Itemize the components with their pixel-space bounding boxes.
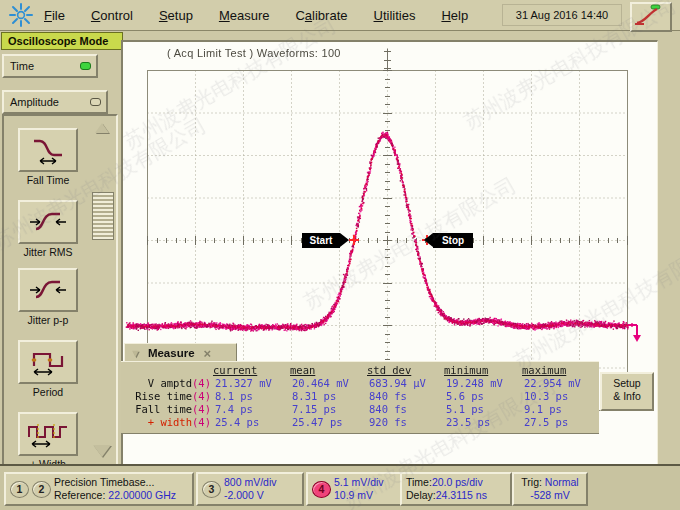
channel4-button[interactable]: 4 bbox=[312, 481, 331, 498]
trigger-panel[interactable]: Trig: Normal -528 mV bbox=[512, 472, 588, 506]
col-minimum: minimum bbox=[444, 364, 522, 377]
cell: 19.248 mV bbox=[444, 377, 522, 390]
menu-help[interactable]: Help bbox=[441, 8, 468, 23]
stop-marker[interactable]: Stop bbox=[433, 233, 473, 248]
time-label: Time: bbox=[406, 476, 432, 488]
channel3-button[interactable]: 3 bbox=[202, 481, 221, 498]
cell: 8.1 ps bbox=[213, 390, 290, 403]
cell: 25.47 ps bbox=[290, 416, 367, 429]
cell: 9.1 ps bbox=[522, 403, 599, 416]
cell: 25.4 ps bbox=[213, 416, 290, 429]
menu-file[interactable]: File bbox=[44, 8, 65, 23]
toolbar-scrollbar[interactable] bbox=[91, 118, 113, 460]
time-mode-button[interactable]: Time bbox=[2, 54, 98, 78]
cell: 5.6 ps bbox=[444, 390, 522, 403]
setup-info-line2: & Info bbox=[602, 390, 652, 403]
scroll-up-button[interactable] bbox=[91, 118, 113, 137]
reference-value: 22.00000 GHz bbox=[108, 489, 176, 501]
cell: 8.31 ps bbox=[290, 390, 367, 403]
row-label: Fall time(4) bbox=[121, 403, 213, 416]
acq-limit-status: ( Acq Limit Test ) Waveforms: 100 bbox=[167, 47, 341, 59]
cell: 683.94 µV bbox=[367, 377, 444, 390]
datetime-display: 31 Aug 2016 14:40 bbox=[502, 4, 622, 26]
delay-label: Delay: bbox=[406, 489, 436, 501]
menu-utilities[interactable]: Utilities bbox=[374, 8, 416, 23]
statusbar: 1 2 Precision Timebase... Reference: 22.… bbox=[0, 464, 680, 510]
collapse-triangle-icon[interactable]: ▼ bbox=[130, 347, 141, 359]
close-icon[interactable]: × bbox=[204, 346, 212, 361]
cell: 10.3 ps bbox=[522, 390, 599, 403]
scrollbar-thumb[interactable] bbox=[92, 192, 114, 240]
row-label: V amptd(4) bbox=[121, 377, 213, 390]
oscilloscope-screen: File Control Setup Measure Calibrate Uti… bbox=[0, 0, 680, 510]
ch4-offset: 10.9 mV bbox=[334, 489, 384, 502]
start-marker[interactable]: Start bbox=[302, 233, 340, 248]
ch3-offset: -2.000 V bbox=[224, 489, 277, 502]
cell: 7.15 ps bbox=[290, 403, 367, 416]
tool-label: Fall Time bbox=[18, 174, 78, 186]
menubar: File Control Setup Measure Calibrate Uti… bbox=[0, 0, 680, 31]
setup-info-button[interactable]: Setup & Info bbox=[600, 372, 654, 411]
time-mode-label: Time bbox=[10, 60, 34, 72]
trig-level: -528 mV bbox=[518, 489, 582, 502]
tool-fall-time[interactable]: Fall Time bbox=[18, 128, 78, 186]
measure-tab[interactable]: ▼ Measure × bbox=[124, 343, 237, 362]
measure-tab-label: Measure bbox=[148, 347, 195, 359]
menu-calibrate[interactable]: Calibrate bbox=[295, 8, 347, 23]
timebase-title: Precision Timebase... bbox=[54, 476, 176, 489]
menu-items: File Control Setup Measure Calibrate Uti… bbox=[44, 8, 468, 23]
tool-jitter-rms[interactable]: Jitter RMS bbox=[18, 200, 78, 258]
cell: 840 fs bbox=[367, 390, 444, 403]
run-led bbox=[651, 5, 660, 9]
cell: 22.954 mV bbox=[522, 377, 599, 390]
triangle-up-icon bbox=[95, 123, 109, 133]
tool-plus-width[interactable]: + Width bbox=[18, 412, 78, 468]
row-label: Rise time(4) bbox=[121, 390, 213, 403]
delay-value: 24.3115 ns bbox=[436, 489, 487, 501]
jitter-pp-icon bbox=[18, 268, 78, 312]
tool-period[interactable]: Period bbox=[18, 340, 78, 398]
amplitude-mode-label: Amplitude bbox=[10, 96, 59, 108]
trig-label: Trig: bbox=[521, 476, 542, 488]
col-maximum: maximum bbox=[522, 364, 599, 377]
cell: 20.464 mV bbox=[290, 377, 367, 390]
menu-measure[interactable]: Measure bbox=[219, 8, 270, 23]
menu-setup[interactable]: Setup bbox=[159, 8, 193, 23]
channel1-button[interactable]: 1 bbox=[10, 481, 29, 498]
time-led-icon bbox=[80, 62, 91, 70]
amplitude-mode-button[interactable]: Amplitude bbox=[2, 90, 108, 114]
col-current: current bbox=[213, 364, 290, 377]
triangle-down-icon bbox=[93, 445, 111, 457]
reference-label: Reference: bbox=[54, 489, 105, 501]
cell: 23.5 ps bbox=[444, 416, 522, 429]
run-acquisition-button[interactable] bbox=[630, 2, 672, 32]
sidebar: Oscilloscope Mode Time Amplitude Fall Ti… bbox=[0, 30, 118, 466]
channel2-button[interactable]: 2 bbox=[32, 481, 51, 498]
cell: 21.327 mV bbox=[213, 377, 290, 390]
tool-label: Period bbox=[18, 386, 78, 398]
ch3-scale: 800 mV/div bbox=[224, 476, 277, 489]
cell: 7.4 ps bbox=[213, 403, 290, 416]
measure-panel: ▼ Measure × current mean std dev minimum… bbox=[121, 343, 599, 432]
tool-jitter-pp[interactable]: Jitter p-p bbox=[18, 268, 78, 326]
timebase-panel[interactable]: 1 2 Precision Timebase... Reference: 22.… bbox=[4, 472, 194, 506]
cell: 27.5 ps bbox=[522, 416, 599, 429]
plus-width-icon bbox=[18, 412, 78, 456]
measure-table: current mean std dev minimum maximum V a… bbox=[121, 361, 599, 433]
period-icon bbox=[18, 340, 78, 384]
tool-label: Jitter p-p bbox=[18, 314, 78, 326]
jitter-rms-icon bbox=[18, 200, 78, 244]
trig-mode: Normal bbox=[545, 476, 579, 488]
measurement-toolbar: Fall Time Jitter RMS Jit bbox=[2, 114, 118, 468]
fall-time-icon bbox=[18, 128, 78, 172]
menu-control[interactable]: Control bbox=[91, 8, 133, 23]
amplitude-led-icon bbox=[90, 98, 101, 106]
time-delay-panel[interactable]: Time:20.0 ps/div Delay:24.3115 ns bbox=[400, 472, 512, 506]
setup-info-line1: Setup bbox=[602, 377, 652, 390]
channel4-level-marker-icon[interactable] bbox=[626, 322, 646, 348]
channel3-panel[interactable]: 3 800 mV/div -2.000 V bbox=[196, 472, 304, 506]
channel4-panel[interactable]: 4 5.1 mV/div 10.9 mV bbox=[306, 472, 402, 506]
scroll-down-button[interactable] bbox=[91, 441, 113, 460]
row-label: + width(4) bbox=[121, 416, 213, 429]
col-stddev: std dev bbox=[367, 364, 444, 377]
